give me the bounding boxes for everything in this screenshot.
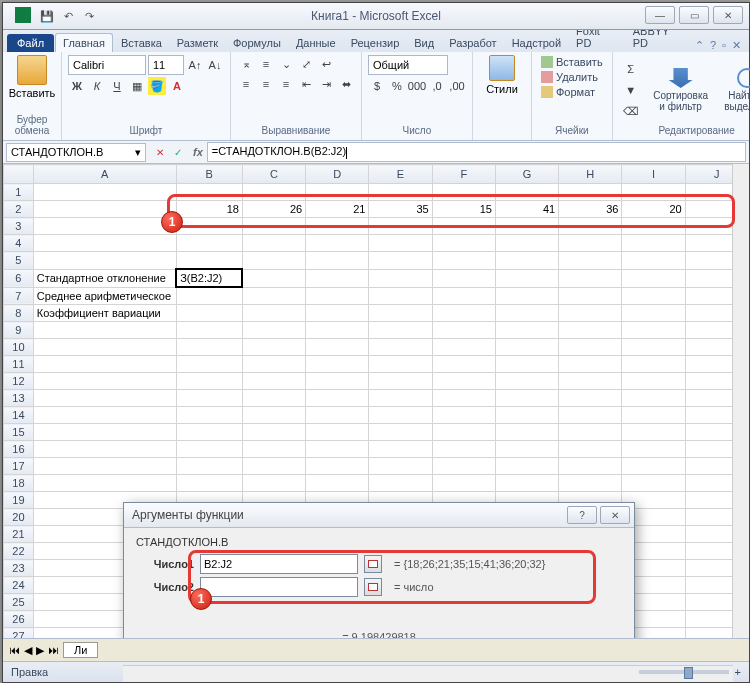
format-cell-button[interactable]: Формат <box>538 85 606 99</box>
align-left-icon[interactable]: ≡ <box>237 75 255 93</box>
row-header[interactable]: 4 <box>4 235 34 252</box>
row-header[interactable]: 22 <box>4 543 34 560</box>
cell[interactable]: Среднее арифметическое <box>33 287 176 305</box>
cell[interactable]: 21 <box>306 201 369 218</box>
col-header[interactable]: D <box>306 165 369 184</box>
name-box[interactable]: СТАНДОТКЛОН.В▾ <box>6 143 146 162</box>
insert-cell-button[interactable]: Вставить <box>538 55 606 69</box>
ribbon-minimize-icon[interactable]: ⌃ <box>695 39 704 52</box>
decrease-font-icon[interactable]: A↓ <box>206 56 224 74</box>
row-header[interactable]: 11 <box>4 356 34 373</box>
align-top-icon[interactable]: ⌅ <box>237 55 255 73</box>
maximize-icon[interactable]: ▭ <box>679 6 709 24</box>
tab-layout[interactable]: Разметк <box>170 34 225 52</box>
dialog-help-icon[interactable]: ? <box>567 506 597 524</box>
row-header[interactable]: 12 <box>4 373 34 390</box>
row-header[interactable]: 3 <box>4 218 34 235</box>
col-header[interactable]: A <box>33 165 176 184</box>
tab-view[interactable]: Вид <box>407 34 441 52</box>
tab-insert[interactable]: Вставка <box>114 34 169 52</box>
doc-close-icon[interactable]: ✕ <box>732 39 741 52</box>
row-header[interactable]: 25 <box>4 594 34 611</box>
row-header[interactable]: 7 <box>4 287 34 305</box>
fill-button[interactable]: ▼ <box>619 80 643 100</box>
col-header[interactable]: I <box>622 165 685 184</box>
border-icon[interactable]: ▦ <box>128 77 146 95</box>
percent-icon[interactable]: % <box>388 77 406 95</box>
collapse-dialog-icon[interactable] <box>364 555 382 573</box>
cancel-formula-icon[interactable]: ✕ <box>152 144 168 160</box>
cell[interactable]: 18 <box>176 201 242 218</box>
fill-color-icon[interactable]: 🪣 <box>148 77 166 95</box>
row-header[interactable]: 15 <box>4 424 34 441</box>
col-header[interactable]: B <box>176 165 242 184</box>
sheet-nav-next-icon[interactable]: ▶ <box>36 644 44 657</box>
zoom-slider[interactable] <box>639 670 729 674</box>
cell[interactable]: 15 <box>432 201 495 218</box>
sort-filter-button[interactable]: Сортировка и фильтр <box>653 68 709 112</box>
italic-icon[interactable]: К <box>88 77 106 95</box>
active-cell[interactable]: З(B2:J2) <box>176 269 242 287</box>
outdent-icon[interactable]: ⇤ <box>297 75 315 93</box>
tab-home[interactable]: Главная <box>55 33 113 52</box>
tab-developer[interactable]: Разработ <box>442 34 503 52</box>
row-header[interactable]: 1 <box>4 184 34 201</box>
cell[interactable]: 35 <box>369 201 432 218</box>
font-size-select[interactable]: 11 <box>148 55 184 75</box>
find-select-button[interactable]: Найти и выделить <box>719 68 750 112</box>
bold-icon[interactable]: Ж <box>68 77 86 95</box>
indent-icon[interactable]: ⇥ <box>317 75 335 93</box>
row-header[interactable]: 14 <box>4 407 34 424</box>
align-bottom-icon[interactable]: ⌄ <box>277 55 295 73</box>
increase-decimal-icon[interactable]: ,0 <box>428 77 446 95</box>
zoom-in-icon[interactable]: + <box>735 666 741 678</box>
col-header[interactable]: H <box>559 165 622 184</box>
fx-icon[interactable]: fx <box>189 146 207 158</box>
font-color-icon[interactable]: A <box>168 77 186 95</box>
wrap-icon[interactable]: ↩ <box>317 55 335 73</box>
collapse-dialog-icon[interactable] <box>364 578 382 596</box>
paste-button[interactable]: Вставить <box>9 55 55 99</box>
row-header[interactable]: 13 <box>4 390 34 407</box>
cell[interactable]: 41 <box>495 201 558 218</box>
tab-formulas[interactable]: Формулы <box>226 34 288 52</box>
row-header[interactable]: 27 <box>4 628 34 639</box>
cell[interactable]: Стандартное отклонение <box>33 269 176 287</box>
cell[interactable] <box>33 201 176 218</box>
cell[interactable]: Коэффициент вариации <box>33 305 176 322</box>
tab-addins[interactable]: Надстрой <box>505 34 568 52</box>
underline-icon[interactable]: Ч <box>108 77 126 95</box>
align-middle-icon[interactable]: ≡ <box>257 55 275 73</box>
autosum-button[interactable]: Σ <box>619 59 643 79</box>
row-header[interactable]: 2 <box>4 201 34 218</box>
window-restore-icon[interactable]: ▫ <box>722 39 726 52</box>
sheet-nav-first-icon[interactable]: ⏮ <box>9 644 20 656</box>
sheet-tab[interactable]: Ли <box>63 642 98 658</box>
row-header[interactable]: 26 <box>4 611 34 628</box>
row-header[interactable]: 23 <box>4 560 34 577</box>
row-header[interactable]: 18 <box>4 475 34 492</box>
cell[interactable]: 26 <box>242 201 305 218</box>
tab-data[interactable]: Данные <box>289 34 343 52</box>
tab-review[interactable]: Рецензир <box>344 34 407 52</box>
arg1-input[interactable] <box>200 554 358 574</box>
comma-icon[interactable]: 000 <box>408 77 426 95</box>
clear-button[interactable]: ⌫ <box>619 101 643 121</box>
align-right-icon[interactable]: ≡ <box>277 75 295 93</box>
col-header[interactable]: C <box>242 165 305 184</box>
merge-icon[interactable]: ⬌ <box>337 75 355 93</box>
row-header[interactable]: 5 <box>4 252 34 270</box>
sheet-nav-prev-icon[interactable]: ◀ <box>24 644 32 657</box>
formula-input[interactable]: =СТАНДОТКЛОН.В(B2:J2) <box>207 142 746 161</box>
vertical-scrollbar[interactable] <box>732 164 749 638</box>
col-header[interactable]: E <box>369 165 432 184</box>
font-name-select[interactable]: Calibri <box>68 55 146 75</box>
number-format-select[interactable]: Общий <box>368 55 448 75</box>
row-header[interactable]: 8 <box>4 305 34 322</box>
row-header[interactable]: 10 <box>4 339 34 356</box>
styles-button[interactable]: Стили <box>479 55 525 95</box>
minimize-icon[interactable]: — <box>645 6 675 24</box>
delete-cell-button[interactable]: Удалить <box>538 70 606 84</box>
close-icon[interactable]: ✕ <box>713 6 743 24</box>
help-icon[interactable]: ? <box>710 39 716 52</box>
